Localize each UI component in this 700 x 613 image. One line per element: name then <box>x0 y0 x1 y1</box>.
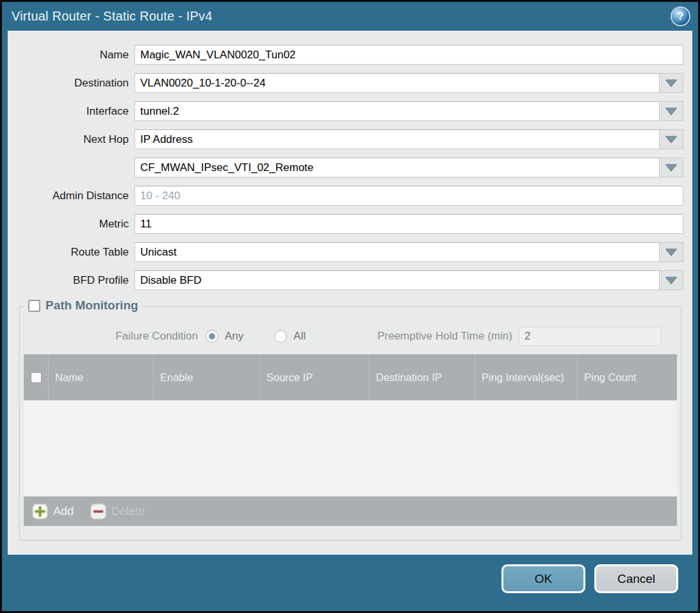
form-row-interface: Interface <box>8 101 692 121</box>
add-button[interactable]: Add <box>32 503 74 519</box>
next-hop-address-dropdown-button[interactable] <box>660 158 683 177</box>
chevron-down-icon <box>665 277 677 284</box>
path-monitoring-table: Name Enable Source IP Destination IP Pin… <box>24 354 677 526</box>
form-row-next-hop-address <box>8 158 692 177</box>
path-monitoring-group: Path Monitoring Failure Condition Any Al… <box>19 306 681 541</box>
path-monitoring-title: Path Monitoring <box>45 298 138 313</box>
column-header-source-ip: Source IP <box>259 354 369 400</box>
chevron-down-icon <box>665 136 677 143</box>
table-header: Name Enable Source IP Destination IP Pin… <box>24 354 677 400</box>
next-hop-type-dropdown-button[interactable] <box>660 129 683 149</box>
delete-button-label: Delete <box>111 505 145 518</box>
bfd-profile-dropdown-button[interactable] <box>660 270 683 290</box>
minus-icon <box>90 503 106 519</box>
failure-condition-all-radio[interactable] <box>274 330 287 343</box>
form-row-route-table: Route Table <box>8 242 692 262</box>
failure-condition-all-label: All <box>293 330 305 343</box>
admin-distance-label: Admin Distance <box>8 190 134 202</box>
ok-button[interactable]: OK <box>501 564 585 593</box>
admin-distance-input[interactable] <box>134 186 683 206</box>
dialog-titlebar: Virtual Router - Static Route - IPv4 ? <box>2 2 698 31</box>
next-hop-label: Next Hop <box>8 133 134 146</box>
metric-label: Metric <box>8 218 134 231</box>
plus-icon <box>32 503 48 519</box>
bfd-profile-input[interactable] <box>134 270 660 290</box>
route-table-dropdown-button[interactable] <box>660 242 683 262</box>
form-row-destination: Destination <box>8 73 692 93</box>
select-all-cell <box>24 354 48 400</box>
preemptive-hold-time-input[interactable] <box>519 327 661 346</box>
column-header-destination-ip: Destination IP <box>369 354 475 400</box>
destination-input[interactable] <box>134 73 660 93</box>
cancel-button[interactable]: Cancel <box>594 564 678 593</box>
next-hop-type-input[interactable] <box>134 129 660 149</box>
interface-dropdown-button[interactable] <box>660 101 683 121</box>
interface-label: Interface <box>8 105 134 118</box>
chevron-down-icon <box>665 164 677 171</box>
path-monitoring-legend: Path Monitoring <box>24 298 143 313</box>
table-body-empty <box>24 400 677 496</box>
dialog-content: Name Destination Interface <box>8 31 692 555</box>
column-header-name: Name <box>48 354 153 400</box>
destination-dropdown-button[interactable] <box>660 73 683 93</box>
form-row-metric: Metric <box>8 214 692 234</box>
bfd-profile-label: BFD Profile <box>8 274 134 287</box>
failure-condition-any-radio[interactable] <box>206 330 218 343</box>
name-label: Name <box>8 49 134 61</box>
chevron-down-icon <box>665 108 677 115</box>
destination-label: Destination <box>8 77 134 90</box>
dialog-footer: OK Cancel <box>2 555 698 611</box>
column-header-ping-interval: Ping Interval(sec) <box>475 354 577 400</box>
failure-condition-row: Failure Condition Any All Preemptive Hol… <box>20 327 681 346</box>
form-row-name: Name <box>8 45 692 65</box>
form-row-next-hop: Next Hop <box>8 129 692 149</box>
next-hop-address-input[interactable] <box>134 158 660 177</box>
radio-dot <box>209 333 215 339</box>
form-row-bfd-profile: BFD Profile <box>8 270 692 290</box>
path-monitoring-checkbox[interactable] <box>28 300 40 312</box>
table-toolbar: Add Delete <box>24 496 677 526</box>
static-route-dialog: Virtual Router - Static Route - IPv4 ? N… <box>0 0 700 613</box>
column-header-ping-count: Ping Count <box>577 354 677 400</box>
form-row-admin-distance: Admin Distance <box>8 186 692 206</box>
metric-input[interactable] <box>134 214 683 234</box>
interface-input[interactable] <box>134 101 660 121</box>
help-icon[interactable]: ? <box>672 8 689 25</box>
delete-button[interactable]: Delete <box>90 503 145 519</box>
dialog-title: Virtual Router - Static Route - IPv4 <box>12 9 672 24</box>
name-input[interactable] <box>134 45 683 65</box>
route-table-label: Route Table <box>8 246 134 259</box>
add-button-label: Add <box>53 505 74 518</box>
chevron-down-icon <box>665 79 677 86</box>
column-header-enable: Enable <box>153 354 259 400</box>
route-table-input[interactable] <box>134 242 660 262</box>
select-all-checkbox[interactable] <box>31 372 42 383</box>
chevron-down-icon <box>665 249 677 256</box>
failure-condition-any-label: Any <box>225 330 243 343</box>
failure-condition-label: Failure Condition <box>20 330 206 343</box>
preemptive-hold-time-label: Preemptive Hold Time (min) <box>377 330 512 343</box>
